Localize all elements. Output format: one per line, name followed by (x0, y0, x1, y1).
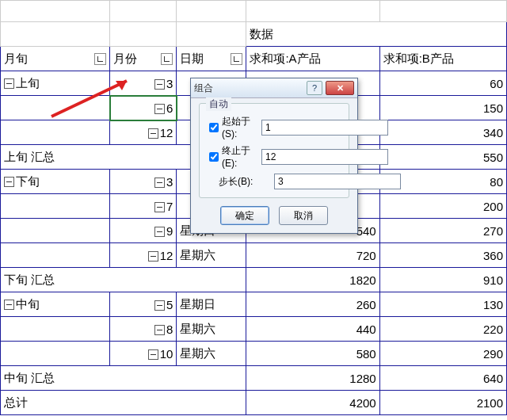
start-label[interactable]: 起始于(S): (206, 115, 261, 139)
dialog-body: 自动 起始于(S): 终止于(E): 步长(B): 确定 取消 (191, 98, 357, 233)
cell-group[interactable]: 中旬 (1, 292, 110, 317)
help-button[interactable]: ? (307, 81, 322, 95)
subtotal-label: 下旬 汇总 (1, 268, 246, 292)
cell-group[interactable] (1, 342, 110, 366)
group-label: 自动 (206, 97, 231, 111)
dialog-buttons: 确定 取消 (199, 206, 349, 225)
step-input[interactable] (274, 174, 401, 189)
group-dialog: 组合 ? ✕ 自动 起始于(S): 终止于(E): 步长(B): 确定 取消 (190, 78, 358, 234)
cell-month[interactable]: 10 (110, 342, 177, 366)
col-header-e: 求和项:B产品 (379, 47, 506, 71)
cell-sum-a: 260 (246, 292, 379, 317)
cell-group[interactable]: 下旬 (1, 170, 110, 194)
step-row: 步长(B): (206, 174, 342, 189)
table-row: 下旬 汇总1820910 (1, 268, 507, 292)
table-row: 中旬5星期日260130 (1, 292, 507, 317)
cell-sum-a: 580 (246, 342, 379, 366)
filter-icon[interactable] (161, 53, 173, 65)
end-checkbox[interactable] (209, 152, 219, 162)
cell-sum-a: 1280 (246, 366, 379, 391)
collapse-icon[interactable] (148, 251, 158, 262)
cell-sum-a: 440 (246, 317, 379, 342)
cell-sum-b: 550 (379, 145, 506, 170)
data-header-row: 数据 (1, 22, 507, 47)
table-row: 中旬 汇总1280640 (1, 366, 507, 391)
cell-month[interactable]: 9 (110, 219, 177, 243)
cell-group[interactable] (1, 219, 110, 243)
close-button[interactable]: ✕ (326, 81, 354, 95)
collapse-icon[interactable] (4, 78, 14, 89)
table-row: 总计42002100 (1, 391, 507, 415)
cell-month[interactable]: 3 (110, 170, 177, 194)
cell-date: 星期六 (177, 243, 246, 268)
subtotal-label: 中旬 汇总 (1, 366, 246, 391)
cell-sum-b: 2100 (379, 391, 506, 415)
start-input[interactable] (261, 120, 388, 136)
cell-month[interactable]: 5 (110, 292, 177, 317)
end-input[interactable] (261, 149, 388, 165)
collapse-icon[interactable] (154, 227, 165, 237)
cell-sum-a: 1820 (246, 268, 379, 292)
col-header-b[interactable]: 月份 (110, 47, 177, 71)
collapse-icon[interactable] (4, 177, 14, 187)
cell-sum-b: 910 (379, 268, 506, 292)
cell-sum-b: 220 (379, 317, 506, 342)
cell-month[interactable]: 7 (110, 194, 177, 219)
cell-group[interactable] (1, 317, 110, 342)
collapse-icon[interactable] (4, 300, 14, 310)
cell-sum-b: 60 (379, 71, 506, 96)
col-header-a[interactable]: 月旬 (1, 47, 110, 71)
end-row: 终止于(E): (206, 144, 342, 169)
cell-group[interactable]: 上旬 (1, 71, 110, 96)
cell-group[interactable] (1, 194, 110, 219)
end-label[interactable]: 终止于(E): (206, 144, 261, 169)
cell-date: 星期日 (177, 292, 246, 317)
cell-sum-b: 360 (379, 243, 506, 268)
cell-sum-b: 270 (379, 219, 506, 243)
spacer-row (1, 1, 507, 22)
ok-button[interactable]: 确定 (220, 206, 269, 225)
cell-sum-b: 130 (379, 292, 506, 317)
table-row: 12星期六720360 (1, 243, 507, 268)
subtotal-label: 总计 (1, 391, 246, 415)
cell-sum-a: 4200 (246, 391, 379, 415)
collapse-icon[interactable] (154, 325, 165, 335)
cell-sum-b: 150 (379, 96, 506, 120)
cell-group[interactable] (1, 243, 110, 268)
col-header-d: 求和项:A产品 (246, 47, 379, 71)
table-row: 10星期六580290 (1, 342, 507, 366)
cell-month[interactable]: 8 (110, 317, 177, 342)
cell-month[interactable]: 12 (110, 243, 177, 268)
column-header-row: 月旬 月份 日期 求和项:A产品 求和项:B产品 (1, 47, 507, 71)
col-header-c[interactable]: 日期 (177, 47, 246, 71)
cell-sum-b: 290 (379, 342, 506, 366)
step-label: 步长(B): (206, 175, 274, 189)
collapse-icon[interactable] (148, 349, 158, 360)
collapse-icon[interactable] (148, 128, 158, 139)
cell-month[interactable]: 6 (110, 96, 177, 120)
filter-icon[interactable] (94, 53, 106, 65)
auto-group: 自动 起始于(S): 终止于(E): 步长(B): (199, 103, 349, 198)
start-checkbox[interactable] (209, 123, 219, 132)
cell-sum-a: 720 (246, 243, 379, 268)
start-row: 起始于(S): (206, 115, 342, 139)
collapse-icon[interactable] (154, 178, 165, 188)
cell-group[interactable] (1, 120, 110, 145)
cell-sum-b: 200 (379, 194, 506, 219)
filter-icon[interactable] (231, 53, 242, 65)
cell-sum-b: 340 (379, 120, 506, 145)
cancel-button[interactable]: 取消 (279, 206, 328, 225)
cell-group[interactable] (1, 96, 110, 120)
table-row: 8星期六440220 (1, 317, 507, 342)
cell-month[interactable]: 12 (110, 120, 177, 145)
cell-date: 星期六 (177, 317, 246, 342)
dialog-titlebar[interactable]: 组合 ? ✕ (191, 78, 357, 98)
collapse-icon[interactable] (154, 202, 165, 212)
data-header: 数据 (246, 22, 507, 47)
collapse-icon[interactable] (154, 79, 165, 90)
cell-sum-b: 640 (379, 366, 506, 391)
cell-month[interactable]: 3 (110, 71, 177, 96)
collapse-icon[interactable] (154, 300, 165, 311)
spreadsheet-viewport: 数据 月旬 月份 日期 求和项:A产品 求和项:B产品 上旬3606150123… (0, 0, 507, 420)
collapse-icon[interactable] (154, 104, 165, 114)
